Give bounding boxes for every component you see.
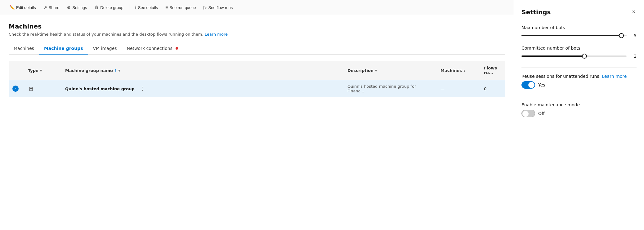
learn-more-link[interactable]: Learn more	[205, 32, 228, 37]
maintenance-mode-label: Enable maintenance mode	[521, 102, 637, 107]
main-content: ✏️ Edit details ↗ Share ⚙ Settings 🗑 Del…	[0, 0, 514, 230]
max-bots-slider-container: 5	[521, 33, 637, 38]
column-type[interactable]: Type ∨	[24, 63, 61, 77]
column-machines[interactable]: Machines ∨	[437, 63, 480, 77]
column-description[interactable]: Description ∨	[344, 63, 437, 77]
page-subtitle: Check the real-time health and status of…	[9, 32, 505, 37]
queue-icon: ≡	[165, 5, 168, 10]
delete-group-button[interactable]: 🗑 Delete group	[91, 3, 126, 12]
reuse-sessions-toggle[interactable]	[521, 81, 535, 89]
name-sort-asc-icon: ↑	[114, 69, 117, 72]
max-bots-slider-fill	[521, 35, 621, 36]
reuse-sessions-label: Reuse sessions for unattended runs. Lear…	[521, 74, 637, 79]
row-description-cell: Quinn's hosted machine group for Financ.…	[344, 80, 437, 97]
committed-bots-label: Committed number of bots	[521, 46, 637, 51]
max-bots-slider-thumb[interactable]	[619, 33, 624, 38]
settings-gear-icon: ⚙	[67, 5, 71, 10]
tab-machine-groups[interactable]: Machine groups	[39, 43, 88, 55]
see-details-button[interactable]: ℹ See details	[132, 3, 161, 12]
network-connections-notification-dot	[176, 47, 178, 50]
row-more-options-button[interactable]: ⋮	[138, 85, 148, 93]
settings-panel: Settings × Max number of bots 5 Committe…	[514, 0, 644, 230]
edit-details-button[interactable]: ✏️ Edit details	[6, 3, 39, 12]
type-sort-icon: ∨	[40, 69, 42, 72]
toolbar: ✏️ Edit details ↗ Share ⚙ Settings 🗑 Del…	[0, 0, 514, 15]
see-run-queue-button[interactable]: ≡ See run queue	[162, 3, 199, 12]
column-select	[9, 63, 24, 77]
maintenance-mode-setting: Enable maintenance mode Off	[521, 102, 637, 123]
row-flows-cell: 0	[480, 83, 505, 95]
share-button[interactable]: ↗ Share	[40, 3, 63, 12]
committed-bots-setting: Committed number of bots 2	[521, 46, 637, 59]
info-icon: ℹ	[135, 5, 136, 10]
settings-header: Settings ×	[521, 7, 637, 16]
row-name-cell: Quinn's hosted machine group ⋮	[61, 81, 344, 97]
row-type-cell: 🖥	[24, 82, 61, 96]
toolbar-divider	[129, 4, 129, 11]
row-select-cell: ✓	[9, 82, 24, 95]
page-content: Machines Check the real-time health and …	[0, 15, 514, 230]
tabs-container: Machines Machine groups VM images Networ…	[9, 43, 505, 55]
committed-bots-value: 2	[630, 54, 637, 59]
tab-vm-images[interactable]: VM images	[88, 43, 122, 55]
machines-sort-icon: ∨	[463, 69, 466, 72]
page-title: Machines	[9, 23, 505, 30]
settings-panel-title: Settings	[521, 8, 551, 16]
table-header: Type ∨ Machine group name ↑ ∨ Descriptio…	[9, 61, 505, 80]
row-selected-icon: ✓	[12, 86, 19, 92]
name-sort-icon: ∨	[118, 69, 120, 72]
maintenance-mode-toggle[interactable]	[521, 110, 535, 117]
column-name[interactable]: Machine group name ↑ ∨	[61, 63, 344, 77]
maintenance-mode-toggle-row: Off	[521, 110, 637, 117]
edit-icon: ✏️	[9, 5, 15, 10]
settings-button[interactable]: ⚙ Settings	[64, 3, 90, 12]
machine-type-icon: 🖥	[28, 86, 34, 92]
max-bots-setting: Max number of bots 5	[521, 25, 637, 38]
see-flow-runs-button[interactable]: ▷ See flow runs	[200, 3, 236, 12]
close-settings-button[interactable]: ×	[631, 7, 637, 16]
flow-runs-icon: ▷	[203, 5, 207, 10]
column-flows: Flows ru...	[480, 63, 505, 77]
tab-machines[interactable]: Machines	[9, 43, 39, 55]
maintenance-mode-toggle-text: Off	[538, 111, 545, 116]
maintenance-mode-toggle-thumb	[522, 111, 529, 117]
share-icon: ↗	[43, 5, 47, 10]
table-row[interactable]: ✓ 🖥 Quinn's hosted machine group ⋮ Quinn…	[9, 80, 505, 97]
committed-bots-slider-thumb[interactable]	[582, 54, 587, 59]
description-sort-icon: ∨	[375, 69, 377, 72]
committed-bots-slider-fill	[521, 55, 584, 57]
max-bots-value: 5	[630, 33, 637, 38]
reuse-sessions-toggle-row: Yes	[521, 81, 637, 89]
reuse-sessions-toggle-text: Yes	[538, 82, 545, 87]
max-bots-slider-track	[521, 35, 627, 36]
max-bots-label: Max number of bots	[521, 25, 637, 30]
committed-bots-slider-track	[521, 55, 627, 57]
committed-bots-slider-container: 2	[521, 54, 637, 59]
tab-network-connections[interactable]: Network connections	[122, 43, 183, 55]
reuse-sessions-setting: Reuse sessions for unattended runs. Lear…	[521, 74, 637, 95]
reuse-sessions-learn-more-link[interactable]: Learn more	[602, 74, 627, 79]
trash-icon: 🗑	[94, 5, 99, 10]
settings-divider-1	[521, 67, 637, 68]
table-container: Type ∨ Machine group name ↑ ∨ Descriptio…	[9, 61, 505, 97]
row-machines-cell: —	[437, 83, 480, 95]
reuse-sessions-toggle-thumb	[528, 82, 534, 88]
